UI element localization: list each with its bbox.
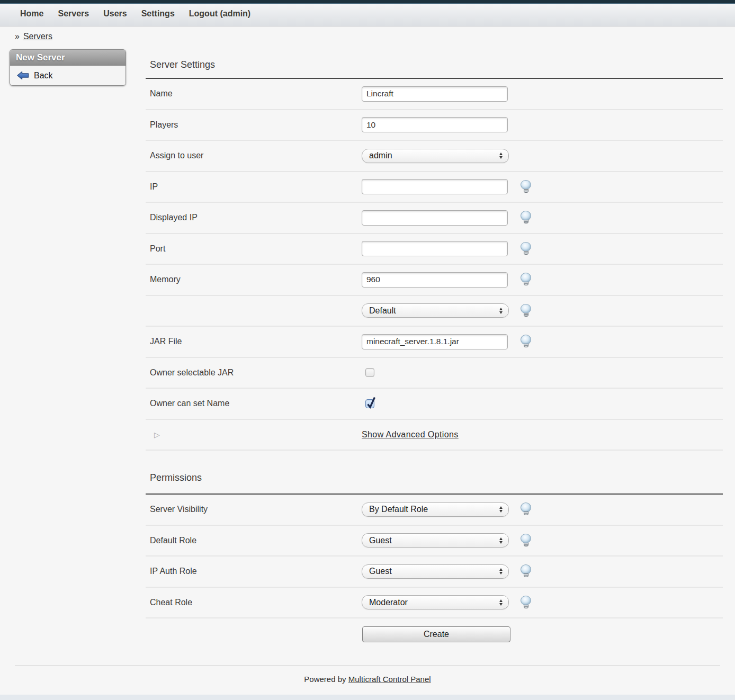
help-lightbulb-icon[interactable] [521, 596, 532, 609]
main-nav: HomeServersUsersSettingsLogout (admin) [0, 4, 735, 26]
select-value: Default [369, 306, 396, 316]
field-label: IP Auth Role [150, 557, 197, 587]
panel-title: New Server [10, 50, 126, 66]
nav-item-users: Users [103, 9, 127, 19]
form-area: Server SettingsNamePlayersAssign to user… [146, 52, 723, 650]
panel-body: Back [10, 66, 126, 85]
section-heading: Server Settings [146, 52, 723, 79]
field-label: IP [150, 172, 158, 202]
expander-triangle-icon[interactable]: ▷ [154, 430, 160, 439]
footer: Powered by Multicraft Control Panel [0, 675, 735, 684]
help-lightbulb-icon[interactable] [521, 564, 532, 578]
help-lightbulb-icon[interactable] [521, 502, 532, 516]
form-row: ▷Show Advanced Options [146, 420, 723, 451]
server-visibility-select[interactable]: By Default Role [362, 502, 509, 517]
nav-link[interactable]: Servers [58, 9, 89, 18]
select-stepper-icon [499, 152, 503, 159]
select-stepper-icon [499, 599, 503, 606]
new-server-panel: New Server Back [10, 49, 126, 86]
help-lightbulb-icon[interactable] [521, 335, 532, 348]
field-label: Cheat Role [150, 588, 192, 618]
form-row: Name [146, 79, 723, 110]
field-label: Assign to user [150, 141, 203, 171]
ip-input[interactable] [362, 179, 508, 194]
jar-file-input[interactable] [362, 334, 508, 349]
field-label: Memory [150, 265, 181, 295]
help-lightbulb-icon[interactable] [521, 304, 532, 317]
section-title: Permissions [146, 472, 202, 493]
breadcrumb: » Servers [15, 31, 52, 42]
nav-link[interactable]: Logout (admin) [189, 9, 250, 18]
select-value: admin [369, 151, 392, 160]
select-stepper-icon [499, 308, 503, 314]
form-row: Default RoleGuest [146, 526, 723, 557]
footer-divider [15, 665, 720, 666]
select-stepper-icon [499, 506, 503, 513]
form-row: Server VisibilityBy Default Role [146, 495, 723, 526]
breadcrumb-link-servers[interactable]: Servers [23, 32, 52, 41]
help-lightbulb-icon[interactable] [521, 273, 532, 286]
create-button[interactable]: Create [362, 626, 510, 642]
section-heading: Permissions [146, 451, 723, 495]
form-row: Owner selectable JAR [146, 358, 723, 389]
breadcrumb-marker: » [15, 32, 20, 41]
cheat-role-select[interactable]: Moderator [362, 595, 509, 609]
section-title: Server Settings [146, 59, 215, 78]
select-stepper-icon [499, 568, 503, 575]
select-value: By Default Role [369, 505, 428, 514]
form-row: Displayed IP [146, 203, 723, 234]
nav-item-logout-admin: Logout (admin) [189, 9, 250, 19]
nav-link[interactable]: Settings [141, 9, 175, 18]
help-lightbulb-icon[interactable] [521, 211, 532, 224]
port-input[interactable] [362, 241, 508, 256]
field-label: Players [150, 110, 178, 140]
help-lightbulb-icon[interactable] [521, 534, 532, 547]
footer-link-multicraft[interactable]: Multicraft Control Panel [348, 675, 431, 684]
form-row: JAR File [146, 327, 723, 358]
nav-item-home: Home [20, 9, 43, 19]
select-value: Moderator [369, 598, 408, 607]
option-select[interactable]: Default [362, 303, 509, 318]
form-row: Port [146, 234, 723, 265]
nav-item-servers: Servers [58, 9, 89, 19]
field-label: Default Role [150, 526, 196, 556]
default-role-select[interactable]: Guest [362, 533, 509, 548]
form-row: Memory [146, 265, 723, 296]
form-row: IP Auth RoleGuest [146, 557, 723, 588]
back-arrow-icon [17, 71, 29, 80]
nav-link[interactable]: Users [103, 9, 127, 18]
form-row: Owner can set Name [146, 389, 723, 420]
help-lightbulb-icon[interactable] [521, 242, 532, 255]
owner-selectable-jar-checkbox[interactable] [365, 368, 374, 377]
select-value: Guest [369, 567, 392, 576]
form-row: Create [146, 618, 723, 650]
field-label: Owner selectable JAR [150, 358, 234, 388]
nav-item-settings: Settings [141, 9, 175, 19]
back-button[interactable]: Back [10, 71, 53, 80]
field-label: Server Visibility [150, 495, 208, 525]
select-stepper-icon [499, 537, 503, 544]
nav-link[interactable]: Home [20, 9, 43, 18]
form-row: IP [146, 172, 723, 203]
owner-can-set-name-checkbox[interactable] [365, 399, 374, 408]
field-label: Port [150, 234, 165, 264]
field-label: JAR File [150, 327, 182, 357]
field-label: Displayed IP [150, 203, 198, 233]
form-row: Assign to useradmin [146, 141, 723, 172]
show-advanced-options-link[interactable]: Show Advanced Options [362, 430, 459, 439]
form-row: Default [146, 296, 723, 327]
ip-auth-role-select[interactable]: Guest [362, 564, 509, 579]
name-input[interactable] [362, 86, 508, 102]
players-input[interactable] [362, 117, 508, 132]
form-row: Players [146, 110, 723, 141]
displayed-ip-input[interactable] [362, 210, 508, 226]
help-lightbulb-icon[interactable] [521, 180, 532, 193]
top-accent-bar [0, 0, 735, 4]
checkmark-icon [366, 396, 377, 409]
form-row: Cheat RoleModerator [146, 588, 723, 619]
bottom-accent-bar [0, 695, 735, 700]
select-value: Guest [369, 536, 392, 545]
footer-text: Powered by [304, 675, 348, 684]
memory-input[interactable] [362, 272, 508, 288]
assign-to-user-select[interactable]: admin [362, 149, 509, 163]
